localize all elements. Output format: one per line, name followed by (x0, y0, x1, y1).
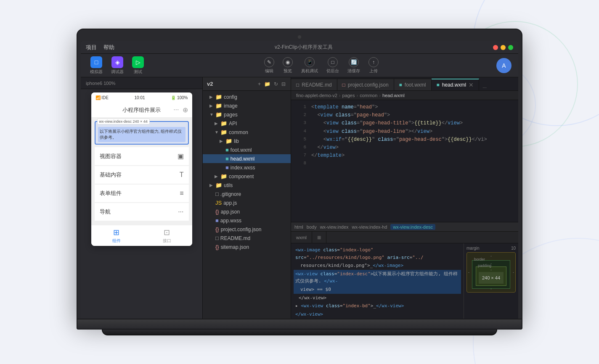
toolbar-action-preview[interactable]: ◉ 预览 (283, 57, 293, 74)
edit-label: 编辑 (265, 68, 273, 74)
win-close[interactable] (493, 45, 498, 50)
clear-cache-label: 清缓存 (347, 68, 360, 74)
tree-folder-common[interactable]: ▼ 📁 common (203, 128, 291, 137)
html-tree-line-7[interactable]: </wx-view> (294, 310, 461, 319)
time-display: 10:01 (135, 95, 145, 100)
bc-body[interactable]: body (307, 224, 317, 229)
section-nav[interactable]: 导航 ··· (95, 203, 189, 221)
preview-header: iphone6 100% (81, 77, 202, 89)
html-tree-line-8[interactable]: </body> (294, 318, 461, 319)
toolbar-btn-debugger[interactable]: ◈ 调试器 (109, 55, 126, 76)
tree-file-appwxss[interactable]: ■ app.wxss (203, 216, 291, 225)
menu-help[interactable]: 帮助 (103, 44, 114, 51)
file-icon-head: ■ (225, 156, 229, 162)
section-form[interactable]: 表单组件 ≡ (95, 185, 189, 202)
folder-name-component: component (229, 174, 254, 179)
tree-file-gitignore[interactable]: □ .gitignore (203, 190, 291, 198)
html-tree-line-5[interactable]: </wx-view> (294, 294, 461, 302)
box-margin-top: - (490, 254, 492, 258)
refresh-btn[interactable]: ↻ (273, 80, 279, 88)
tree-file-appjson[interactable]: {} app.json (203, 207, 291, 216)
html-tree-line-1[interactable]: <wx-image class="index-logo" src="../res… (294, 246, 461, 261)
folder-name-api: API (229, 121, 237, 127)
section-view-container[interactable]: 视图容器 ▣ (95, 147, 189, 165)
tab-readme[interactable]: □ README.md (291, 79, 337, 90)
component-label: 组件 (112, 238, 121, 244)
tab-icon-proj: □ (342, 82, 345, 88)
tree-file-appjs[interactable]: JS app.js (203, 198, 291, 207)
tab-label-foot: foot.wxml (405, 82, 426, 88)
toolbar-btn-test[interactable]: ▷ 测试 (130, 55, 146, 76)
toolbar-action-clear-cache[interactable]: 🔄 清缓存 (347, 57, 360, 74)
folder-icon-pages: 📁 (215, 111, 222, 118)
preview-icon: ◉ (283, 57, 293, 67)
tree-folder-config[interactable]: ▶ 📁 config (203, 92, 291, 101)
clear-cache-icon: 🔄 (349, 57, 359, 67)
folder-icon-common: 📁 (220, 129, 227, 135)
section-basic-content[interactable]: 基础内容 T (95, 166, 189, 184)
tree-folder-lib[interactable]: ▶ 📁 lib (203, 137, 291, 145)
nav-more[interactable]: ··· ⊕ (173, 106, 188, 114)
section-icon-2: T (180, 171, 184, 179)
toolbar-action-background[interactable]: □ 切后台 (326, 57, 339, 74)
devtools-tab-wxml[interactable]: wxml (291, 232, 312, 243)
bc-html[interactable]: html (294, 224, 303, 229)
toolbar-action-edit[interactable]: ✎ 编辑 (264, 57, 274, 74)
folder-name-common: common (229, 129, 248, 135)
arrow-pages: ▼ (209, 112, 214, 117)
html-tree-line-2[interactable]: resources/kind/logo.png">_</wx-image> (294, 261, 461, 270)
tab-head-wxml[interactable]: ■ head.wxml ✕ (432, 79, 480, 90)
tree-file-sitemap[interactable]: {} sitemap.json (203, 243, 291, 251)
new-file-btn[interactable]: + (257, 80, 262, 88)
toolbar-btn-simulator[interactable]: □ 模拟器 (87, 55, 105, 76)
toolbar-action-device-debug[interactable]: 📱 真机调试 (301, 57, 318, 74)
html-tree-line-4[interactable]: view> == $0 (294, 285, 461, 294)
tree-file-projectconfig[interactable]: {} project.config.json (203, 225, 291, 234)
html-tree-line-6[interactable]: ▸ <wx-view class="index-bd">_</wx-view> (294, 302, 461, 310)
bc-wx-view-index-hd[interactable]: wx-view.index-hd (352, 224, 387, 229)
tree-folder-component[interactable]: ▶ 📁 component (203, 172, 291, 181)
section-title-1: 视图容器 (100, 153, 122, 160)
tree-folder-api[interactable]: ▶ 📁 API (203, 119, 291, 128)
win-maximize[interactable] (508, 45, 513, 50)
new-folder-btn[interactable]: 📁 (263, 80, 271, 88)
tree-file-foot-wxml[interactable]: ■ foot.wxml (203, 145, 291, 154)
tab-foot-wxml[interactable]: ■ foot.wxml (394, 79, 432, 90)
code-editor-area[interactable]: 1 <template name="head"> 2 <view class="… (291, 100, 518, 222)
phone-tab-component[interactable]: ⊞ 组件 (91, 225, 142, 246)
laptop: 项目 帮助 v2-FinClip小程序开发工具 □ 模拟器 (77, 29, 522, 335)
breadcrumb: fino-applet-demo-v2 › pages › common › h… (291, 91, 518, 100)
tree-file-index-wxss[interactable]: ■ index.wxss (203, 163, 291, 172)
menu-project[interactable]: 项目 (86, 44, 97, 51)
collapse-btn[interactable]: ⊟ (281, 80, 286, 88)
tab-project-config[interactable]: □ project.config.json (337, 79, 394, 90)
device-debug-icon: 📱 (305, 57, 315, 67)
file-name-appjson: app.json (221, 209, 240, 215)
code-editor[interactable]: 1 <template name="head"> 2 <view class="… (291, 100, 518, 171)
tab-more[interactable]: ··· (479, 84, 490, 90)
devtools-tab-icon1[interactable]: ▦ (312, 232, 326, 243)
win-minimize[interactable] (501, 45, 506, 50)
tree-folder-image[interactable]: ▶ 📁 image (203, 101, 291, 110)
border-box: border - padding - 240 × 44 (472, 260, 510, 289)
tree-folder-utils[interactable]: ▶ 📁 utils (203, 181, 291, 190)
toolbar-action-upload[interactable]: ↑ 上传 (368, 57, 379, 74)
tab-close-head[interactable]: ✕ (469, 82, 474, 88)
tree-file-readme[interactable]: □ README.md (203, 234, 291, 243)
folder-name-utils: utils (224, 182, 233, 188)
tree-file-head-wxml[interactable]: ■ head.wxml (203, 154, 291, 163)
devtools-area: html body wx-view.index wx-view.index-hd… (291, 222, 518, 319)
section-title-3: 表单组件 (100, 190, 122, 197)
code-line-1: 1 <template name="head"> (291, 103, 518, 111)
bc-pages: pages (342, 93, 355, 98)
bc-wx-view-index-desc[interactable]: wx-view.index-desc (390, 224, 435, 230)
user-avatar[interactable]: A (496, 58, 512, 73)
laptop-screen-outer: 项目 帮助 v2-FinClip小程序开发工具 □ 模拟器 (77, 29, 522, 319)
file-name-head: head.wxml (231, 156, 254, 162)
html-tree-line-3[interactable]: <wx-view class="index-desc">以下将展示小程序官方组件… (294, 270, 461, 285)
bc-wx-view-index[interactable]: wx-view.index (320, 224, 349, 229)
file-icon-gitignore: □ (215, 191, 219, 197)
phone-tab-api[interactable]: ⊡ 接口 (142, 225, 192, 246)
tree-folder-pages[interactable]: ▼ 📁 pages (203, 110, 291, 119)
file-name-gitignore: .gitignore (220, 191, 241, 197)
